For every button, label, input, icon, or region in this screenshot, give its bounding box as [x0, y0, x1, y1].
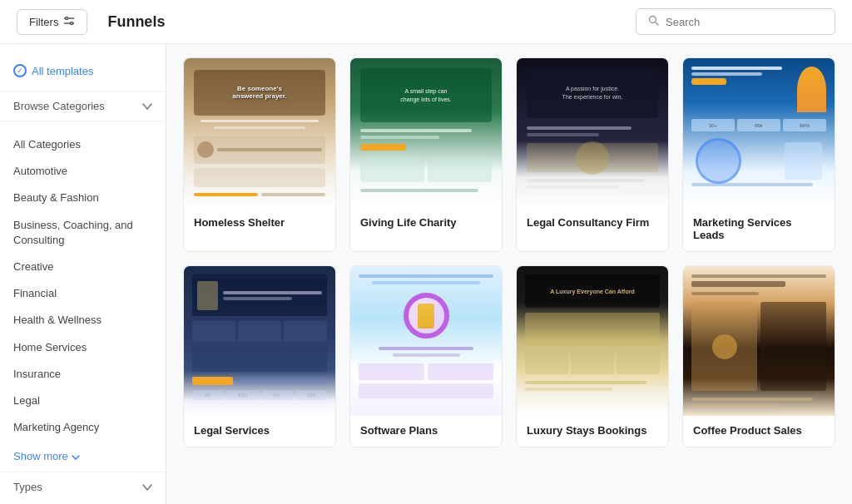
sidebar: All templates Browse Categories All Cate… — [0, 44, 166, 504]
thumbnail-legal-consultancy-firm: A passion for justice.The experience for… — [517, 58, 668, 208]
content-area: Be someone'sanswered prayer. — [166, 44, 852, 504]
all-templates-label: All templates — [32, 65, 93, 77]
main-content: All templates Browse Categories All Cate… — [0, 44, 852, 504]
show-more-chevron-icon — [72, 450, 80, 462]
category-item-automotive[interactable]: Automotive — [0, 158, 166, 185]
thumbnail-homeless-shelter: Be someone'sanswered prayer. — [184, 58, 335, 208]
types-label: Types — [13, 481, 42, 493]
svg-point-2 — [66, 17, 68, 19]
template-name-homeless-shelter: Homeless Shelter — [184, 208, 335, 239]
filters-button[interactable]: Filters — [17, 9, 87, 35]
app-container: Filters Funnels — [0, 0, 852, 504]
filter-icon — [63, 15, 75, 29]
category-item-all[interactable]: All Categories — [0, 131, 166, 158]
category-item-marketing[interactable]: Marketing Agency — [0, 414, 166, 441]
svg-line-5 — [656, 22, 659, 26]
template-card-coffee-product-sales[interactable]: Coffee Product Sales — [682, 265, 835, 447]
template-name-luxury-stays-bookings: Luxury Stays Bookings — [517, 416, 668, 447]
category-item-home[interactable]: Home Services — [0, 334, 166, 361]
template-card-software-plans[interactable]: Software Plans — [349, 265, 503, 447]
svg-point-3 — [71, 22, 73, 24]
category-item-legal[interactable]: Legal — [0, 388, 166, 414]
chevron-down-icon — [142, 100, 152, 112]
thumbnail-luxury-stays-bookings: A Luxury Everyone Can Afford — [517, 266, 668, 416]
template-name-legal-consultancy-firm: Legal Consultancy Firm — [517, 208, 668, 239]
template-card-giving-life-charity[interactable]: A small step canchange lots of lives. — [349, 57, 503, 252]
category-item-insurance[interactable]: Insurance — [0, 361, 166, 388]
category-item-financial[interactable]: Financial — [0, 280, 166, 307]
browse-categories-toggle[interactable]: Browse Categories — [0, 91, 166, 121]
template-card-legal-consultancy-firm[interactable]: A passion for justice.The experience for… — [516, 57, 669, 252]
all-templates-check-icon — [13, 64, 27, 77]
template-name-giving-life-charity: Giving Life Charity — [350, 208, 502, 239]
thumbnail-legal-services: 287 4100 547 100k — [184, 266, 335, 416]
thumbnail-giving-life-charity: A small step canchange lots of lives. — [350, 58, 502, 208]
templates-grid: Be someone'sanswered prayer. — [183, 57, 835, 447]
header: Filters Funnels — [0, 0, 852, 44]
page-title: Funnels — [107, 13, 165, 31]
category-item-business[interactable]: Business, Coaching, and Consulting — [0, 212, 166, 254]
template-card-marketing-services-leads[interactable]: 30+ 86k 99% Marketing Services Leads — [682, 57, 835, 252]
template-card-legal-services[interactable]: 287 4100 547 100k Legal Services — [183, 265, 336, 447]
filters-label: Filters — [29, 16, 58, 28]
search-box[interactable] — [636, 8, 835, 35]
template-name-marketing-services-leads: Marketing Services Leads — [683, 208, 835, 251]
show-more-button[interactable]: Show more — [0, 444, 166, 468]
template-card-homeless-shelter[interactable]: Be someone'sanswered prayer. — [183, 57, 336, 252]
thumbnail-coffee-product-sales — [683, 266, 835, 416]
all-templates-item[interactable]: All templates — [0, 57, 166, 84]
thumbnail-marketing-services-leads: 30+ 86k 99% — [683, 58, 835, 208]
header-left: Filters Funnels — [17, 9, 165, 35]
category-item-creative[interactable]: Creative — [0, 254, 166, 280]
category-item-health[interactable]: Health & Wellness — [0, 307, 166, 334]
search-icon — [648, 15, 659, 28]
browse-categories-label: Browse Categories — [13, 100, 105, 112]
category-list: All Categories Automotive Beauty & Fashi… — [0, 128, 166, 444]
category-item-beauty[interactable]: Beauty & Fashion — [0, 185, 166, 211]
template-card-luxury-stays-bookings[interactable]: A Luxury Everyone Can Afford — [516, 265, 669, 447]
search-input[interactable] — [666, 16, 823, 28]
show-more-label: Show more — [13, 450, 68, 462]
template-name-legal-services: Legal Services — [184, 416, 335, 447]
types-toggle[interactable]: Types — [0, 472, 166, 502]
thumbnail-software-plans — [350, 266, 502, 416]
template-name-coffee-product-sales: Coffee Product Sales — [683, 416, 835, 447]
types-chevron-icon — [142, 481, 152, 493]
template-name-software-plans: Software Plans — [350, 416, 502, 447]
